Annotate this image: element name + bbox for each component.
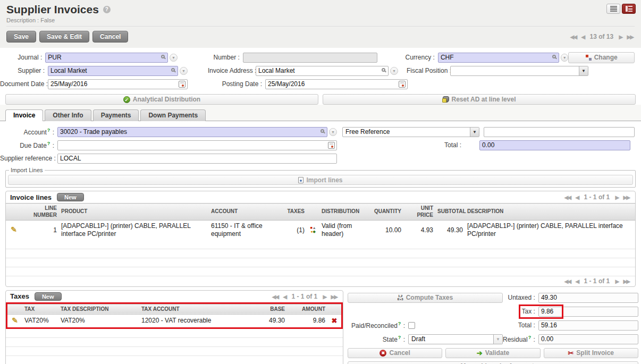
- posting-date-calendar-icon[interactable]: [399, 81, 406, 88]
- currency-input[interactable]: [438, 53, 559, 63]
- tab-invoice[interactable]: Invoice: [5, 109, 43, 121]
- free-reference-select[interactable]: Free Reference ▼: [342, 127, 479, 137]
- journal-dropdown-icon[interactable]: ▼: [170, 54, 177, 62]
- edit-tax-icon[interactable]: ✎: [12, 316, 18, 325]
- col-distribution[interactable]: DISTRIBUTION: [319, 204, 370, 221]
- save-edit-button[interactable]: Save & Edit: [39, 31, 89, 43]
- col-line-number[interactable]: LINE NUMBER: [22, 204, 59, 221]
- list-view-icon[interactable]: [606, 4, 620, 14]
- il-prev-icon[interactable]: ◀: [573, 194, 580, 200]
- tx-prev-icon[interactable]: ◀: [281, 294, 288, 300]
- col-tax-account[interactable]: TAX ACCOUNT: [139, 304, 246, 315]
- taxes-table: TAX TAX DESCRIPTION TAX ACCOUNT BASE AMO…: [7, 304, 341, 327]
- col-tax[interactable]: TAX: [22, 304, 58, 315]
- document-date-input[interactable]: [48, 79, 188, 89]
- supplier-search-icon[interactable]: [171, 68, 175, 72]
- invoice-line-row[interactable]: ✎ 1 [ADAPCABL1P-] (printer) CABLE, PARAL…: [6, 221, 636, 240]
- col-subtotal[interactable]: SUBTOTAL: [435, 204, 465, 221]
- paid-reconciled-checkbox[interactable]: [408, 322, 415, 329]
- invoice-lines-new-button[interactable]: New: [57, 193, 84, 201]
- invoice-address-input[interactable]: [256, 66, 389, 76]
- supplier-reference-input[interactable]: [57, 154, 337, 164]
- supplier-input[interactable]: [48, 66, 178, 76]
- tab-other-info[interactable]: Other Info: [45, 109, 91, 121]
- cell-description: [ADAPCABL1P-] (printer) CABLE, PARALLEL …: [465, 221, 636, 240]
- untaxed-label: Untaxed :: [503, 294, 538, 301]
- tab-payments[interactable]: Payments: [93, 109, 139, 121]
- col-quantity[interactable]: QUANTITY: [370, 204, 403, 221]
- validate-button[interactable]: ➔ Validate: [445, 348, 540, 358]
- il-last-icon-b[interactable]: ▶▶: [622, 278, 631, 284]
- cancel-button[interactable]: Cancel: [92, 31, 128, 43]
- il-prev-icon-b[interactable]: ◀: [573, 278, 580, 284]
- posting-date-input[interactable]: [265, 79, 408, 89]
- col-unit-price[interactable]: UNIT PRICE: [403, 204, 435, 221]
- invoice-address-dropdown-icon[interactable]: ▼: [390, 67, 398, 75]
- workflow-cancel-button[interactable]: ✖ Cancel: [348, 348, 442, 358]
- edit-row-icon[interactable]: ✎: [11, 225, 17, 234]
- currency-dropdown-icon[interactable]: ▼: [561, 54, 568, 62]
- il-first-icon-b[interactable]: ◀◀: [563, 278, 572, 284]
- account-input[interactable]: [57, 127, 327, 137]
- prev-record-icon[interactable]: ◀: [579, 34, 586, 40]
- free-reference-extra-input[interactable]: [484, 127, 635, 137]
- empty-row: [6, 249, 636, 258]
- state-help-icon[interactable]: ?: [398, 335, 402, 340]
- merge-lines-button[interactable]: ◆: Merge Lines by Account: [348, 361, 638, 364]
- col-taxes[interactable]: TAXES: [277, 204, 307, 221]
- invoice-address-search-icon[interactable]: [382, 68, 385, 72]
- cell-amount: 9.86: [287, 315, 327, 327]
- supplier-dropdown-icon[interactable]: ▼: [180, 67, 188, 75]
- col-account[interactable]: ACCOUNT: [209, 204, 277, 221]
- due-date-help-icon[interactable]: ?: [47, 141, 51, 146]
- tab-down-payments[interactable]: Down Payments: [140, 109, 206, 121]
- save-button[interactable]: Save: [6, 31, 36, 43]
- col-product[interactable]: PRODUCT: [59, 204, 209, 221]
- next-record-icon[interactable]: ▶: [618, 34, 624, 40]
- account-search-icon[interactable]: [320, 129, 324, 133]
- il-last-icon[interactable]: ▶▶: [622, 194, 631, 200]
- il-next-icon-b[interactable]: ▶: [614, 278, 620, 284]
- taxes-highlight-box: TAX TAX DESCRIPTION TAX ACCOUNT BASE AMO…: [6, 302, 343, 329]
- taxes-new-button[interactable]: New: [35, 292, 62, 301]
- col-base[interactable]: BASE: [246, 304, 287, 315]
- reset-ad-button[interactable]: Reset AD at line level: [323, 94, 636, 105]
- tx-last-icon[interactable]: ▶▶: [330, 294, 339, 300]
- split-invoice-button[interactable]: ✂ Split Invoice: [544, 348, 638, 358]
- tax-row[interactable]: ✎ VAT20% VAT20% 12020 - VAT recoverable …: [7, 315, 341, 327]
- col-amount[interactable]: AMOUNT: [287, 304, 327, 315]
- form-view-icon[interactable]: [622, 4, 636, 14]
- residual-help-icon[interactable]: ?: [528, 335, 532, 340]
- number-label: Number :: [198, 54, 243, 61]
- account-help-icon[interactable]: ?: [47, 128, 51, 133]
- journal-label: Journal :: [0, 54, 45, 61]
- due-date-calendar-icon[interactable]: [328, 142, 335, 149]
- page-header: Supplier Invoices ? Description : False: [0, 0, 641, 27]
- fiscal-position-select[interactable]: ▼: [450, 66, 588, 76]
- change-currency-button[interactable]: Change: [568, 52, 635, 63]
- title-help-icon[interactable]: ?: [103, 6, 111, 13]
- tx-next-icon[interactable]: ▶: [322, 294, 328, 300]
- il-next-icon[interactable]: ▶: [614, 194, 620, 200]
- number-input: [243, 53, 377, 63]
- journal-search-icon[interactable]: [161, 55, 165, 58]
- residual-input: [538, 334, 638, 344]
- tx-first-icon[interactable]: ◀◀: [271, 294, 280, 300]
- account-dropdown-icon[interactable]: ▼: [329, 128, 337, 136]
- document-date-calendar-icon[interactable]: [179, 81, 185, 88]
- paid-help-icon[interactable]: ?: [398, 321, 402, 326]
- compute-taxes-button[interactable]: 1,2E+3 Compute Taxes: [348, 293, 503, 303]
- due-date-input[interactable]: [57, 140, 337, 150]
- il-first-icon[interactable]: ◀◀: [563, 194, 572, 200]
- delete-tax-icon[interactable]: ✖: [332, 317, 338, 325]
- currency-search-icon[interactable]: [552, 55, 556, 58]
- first-record-icon[interactable]: ◀◀: [569, 34, 578, 40]
- fiscal-position-arrow-icon: ▼: [579, 66, 588, 75]
- col-description[interactable]: DESCRIPTION: [465, 204, 636, 221]
- analytical-distribution-button[interactable]: ✓ Analytical Distribution: [5, 94, 318, 105]
- col-tax-description[interactable]: TAX DESCRIPTION: [58, 304, 139, 315]
- journal-input[interactable]: [45, 53, 168, 63]
- empty-row: [6, 267, 636, 276]
- import-lines-button[interactable]: Import lines: [8, 175, 633, 185]
- last-record-icon[interactable]: ▶▶: [626, 34, 635, 40]
